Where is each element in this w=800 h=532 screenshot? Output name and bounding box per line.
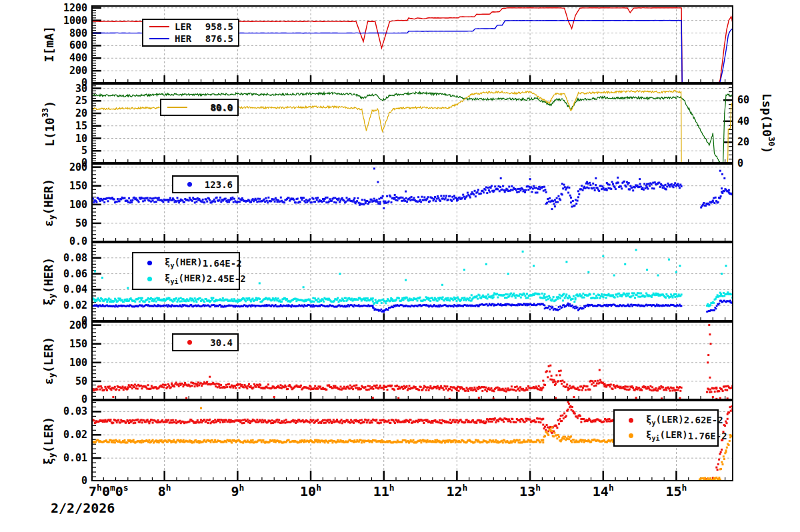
legend-entry: ξyi(HER)2.45E-2	[133, 273, 239, 285]
x-tick-label: 7h0m0s	[89, 483, 129, 499]
legend-value: 1.76E-2	[688, 431, 727, 441]
legend-entry: ξy(HER)1.64E-2	[133, 257, 239, 269]
legend-emittance-ler: 30.4	[172, 333, 239, 351]
legend-line-sample	[149, 38, 169, 39]
legend-entry: 123.6	[173, 179, 237, 190]
x-tick-label: 10h	[300, 483, 321, 499]
x-tick-label: 14h	[593, 483, 614, 499]
legend-value: 2.45E-2	[207, 273, 246, 284]
x-axis-labels: 7h0m0s8h9h10h11h12h13h14h15h	[0, 481, 800, 504]
legend-dot-sample	[187, 182, 192, 187]
legend-entry: 30.4	[173, 337, 237, 348]
x-tick-label: 9h	[231, 483, 244, 499]
legend-current: LER958.5HER876.5	[142, 19, 239, 47]
legend-dot-sample	[629, 433, 633, 438]
x-tick-label: 12h	[446, 483, 467, 499]
legend-value: 1.64E-2	[203, 258, 242, 269]
legend-value: 876.5	[205, 33, 233, 44]
legend-xi-her: ξy(HER)1.64E-2ξyi(HER)2.45E-2	[132, 252, 240, 290]
legend-entry: ξy(LER)2.62E-2	[615, 414, 717, 427]
x-tick-label: 11h	[373, 483, 395, 499]
date-label: 2/2/2026	[51, 500, 115, 516]
legend-dot-sample	[147, 261, 152, 265]
legend-dot-sample	[147, 277, 152, 281]
legend-emittance-her: 123.6	[172, 175, 239, 193]
legend-luminosity: 80.080.0	[160, 99, 239, 116]
panel-luminosity	[91, 83, 733, 163]
legend-entry: ξyi(LER)1.76E-2	[615, 429, 717, 442]
axis-title-xi-ler: ξy(LER)	[39, 400, 59, 481]
axis-title-current: I[mA]	[39, 5, 59, 83]
axis-title-emittance-her: εy(HER)	[39, 163, 59, 242]
legend-value: 2.62E-2	[684, 415, 723, 425]
legend-value: 123.6	[205, 179, 233, 190]
axis-title-luminosity: L(1033)	[39, 83, 59, 163]
legend-dot-sample	[629, 418, 633, 423]
right-axis-title: Lsp(1030)	[759, 83, 777, 163]
legend-entry: 80.080.0	[161, 102, 237, 113]
axis-title-xi-her: ξy(HER)	[39, 242, 59, 321]
legend-line-sample	[167, 107, 187, 108]
legend-value: 958.5	[205, 21, 233, 32]
x-tick-label: 15h	[665, 483, 687, 499]
legend-value: 30.4	[210, 337, 233, 348]
legend-dot-sample	[187, 340, 192, 345]
legend-value: 80.080.0	[210, 102, 233, 113]
legend-entry: HER876.5	[143, 33, 238, 44]
axis-title-emittance-ler: εy(LER)	[39, 321, 59, 400]
legend-xi-ler: ξy(LER)2.62E-2ξyi(LER)1.76E-2	[613, 409, 719, 447]
x-tick-label: 8h	[158, 483, 171, 499]
legend-line-sample	[149, 26, 169, 27]
x-tick-label: 13h	[519, 483, 541, 499]
legend-entry: LER958.5	[143, 21, 238, 32]
beam-status-strip-chart: 7h0m0s8h9h10h11h12h13h14h15h 2/2/2026 20…	[0, 0, 800, 532]
